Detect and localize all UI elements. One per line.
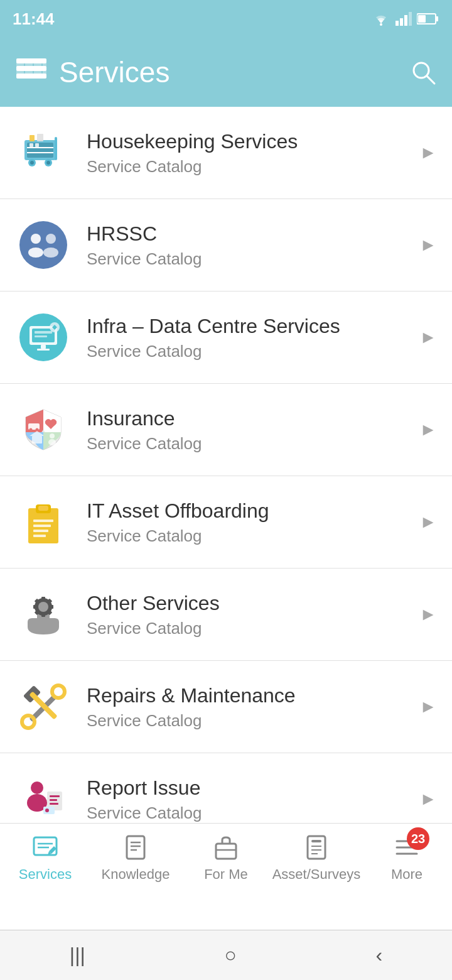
list-item[interactable]: Other Services Service Catalog ► bbox=[0, 569, 452, 661]
home-button[interactable]: ○ bbox=[224, 944, 236, 967]
chevron-right-icon: ► bbox=[419, 697, 437, 717]
chevron-right-icon: ► bbox=[419, 789, 437, 809]
chevron-right-icon: ► bbox=[419, 512, 437, 532]
status-bar: 11:44 bbox=[0, 0, 452, 38]
svg-point-73 bbox=[52, 685, 65, 698]
service-name: Insurance bbox=[87, 406, 412, 432]
nav-more-icon: 23 bbox=[393, 834, 421, 861]
service-name: Housekeeping Services bbox=[87, 129, 412, 155]
header-left: Services bbox=[15, 55, 170, 89]
service-category: Service Catalog bbox=[87, 157, 412, 177]
it-asset-icon bbox=[15, 494, 72, 550]
svg-rect-2 bbox=[400, 18, 403, 26]
svg-point-0 bbox=[380, 23, 382, 26]
svg-rect-4 bbox=[409, 12, 412, 26]
back-button[interactable]: ‹ bbox=[375, 944, 382, 967]
svg-rect-60 bbox=[41, 597, 45, 601]
service-category: Service Catalog bbox=[87, 434, 412, 454]
service-category: Service Catalog bbox=[87, 619, 412, 638]
svg-point-32 bbox=[28, 248, 43, 258]
chevron-right-icon: ► bbox=[419, 420, 437, 440]
nav-knowledge-label: Knowledge bbox=[102, 866, 170, 883]
svg-point-34 bbox=[43, 248, 58, 258]
bottom-navigation: Services Knowledge For Me bbox=[0, 823, 452, 930]
report-issue-icon bbox=[15, 771, 72, 827]
svg-point-48 bbox=[50, 433, 55, 438]
svg-point-81 bbox=[45, 808, 49, 812]
list-item[interactable]: Insurance Service Catalog ► bbox=[0, 384, 452, 476]
service-text: HRSSC Service Catalog bbox=[87, 221, 412, 270]
hrssc-icon bbox=[15, 217, 72, 273]
svg-rect-12 bbox=[25, 58, 33, 79]
svg-point-49 bbox=[48, 439, 56, 445]
service-text: Repairs & Maintenance Service Catalog bbox=[87, 683, 412, 731]
signal-icon bbox=[396, 12, 412, 26]
more-badge: 23 bbox=[407, 827, 429, 850]
svg-point-24 bbox=[30, 161, 34, 165]
svg-rect-62 bbox=[33, 605, 37, 609]
nav-item-knowledge[interactable]: Knowledge bbox=[90, 834, 181, 883]
svg-point-74 bbox=[31, 781, 43, 794]
chevron-right-icon: ► bbox=[419, 235, 437, 255]
svg-rect-40 bbox=[41, 345, 46, 349]
svg-point-44 bbox=[30, 428, 33, 432]
nav-item-for-me[interactable]: For Me bbox=[181, 834, 271, 883]
svg-rect-55 bbox=[33, 525, 51, 527]
infra-icon bbox=[15, 309, 72, 366]
service-text: Infra – Data Centre Services Service Cat… bbox=[87, 313, 412, 362]
svg-rect-79 bbox=[50, 803, 58, 805]
svg-rect-92 bbox=[311, 840, 321, 842]
search-icon[interactable] bbox=[409, 58, 437, 86]
service-text: Insurance Service Catalog bbox=[87, 406, 412, 454]
nav-item-services[interactable]: Services bbox=[0, 834, 90, 883]
list-item[interactable]: HRSSC Service Catalog ► bbox=[0, 199, 452, 291]
svg-rect-6 bbox=[436, 16, 438, 21]
service-text: Housekeeping Services Service Catalog bbox=[87, 129, 412, 177]
service-text: IT Asset Offboarding Service Catalog bbox=[87, 498, 412, 547]
other-services-icon bbox=[15, 586, 72, 643]
chevron-right-icon: ► bbox=[419, 327, 437, 347]
svg-point-72 bbox=[22, 716, 35, 728]
chevron-right-icon: ► bbox=[419, 604, 437, 624]
service-text: Other Services Service Catalog bbox=[87, 591, 412, 639]
system-navigation: ||| ○ ‹ bbox=[0, 930, 452, 980]
svg-rect-1 bbox=[396, 21, 399, 26]
svg-rect-56 bbox=[33, 530, 48, 532]
nav-services-label: Services bbox=[19, 866, 72, 883]
list-item[interactable]: Housekeeping Services Service Catalog ► bbox=[0, 107, 452, 199]
status-time: 11:44 bbox=[13, 9, 55, 29]
svg-rect-28 bbox=[30, 135, 35, 141]
svg-point-45 bbox=[36, 428, 39, 432]
recent-apps-button[interactable]: ||| bbox=[70, 944, 85, 967]
nav-more-label: More bbox=[391, 866, 422, 883]
list-item[interactable]: Repairs & Maintenance Service Catalog ► bbox=[0, 661, 452, 753]
svg-point-26 bbox=[46, 161, 50, 165]
service-category: Service Catalog bbox=[87, 249, 412, 269]
app-header: Services bbox=[0, 38, 452, 107]
service-category: Service Catalog bbox=[87, 526, 412, 546]
list-item[interactable]: IT Asset Offboarding Service Catalog ► bbox=[0, 476, 452, 569]
list-item[interactable]: Infra – Data Centre Services Service Cat… bbox=[0, 291, 452, 384]
repairs-icon bbox=[15, 678, 72, 735]
chevron-right-icon: ► bbox=[419, 143, 437, 163]
svg-rect-39 bbox=[35, 335, 47, 337]
svg-rect-53 bbox=[38, 506, 48, 511]
svg-rect-21 bbox=[30, 143, 33, 147]
svg-point-68 bbox=[40, 604, 46, 610]
svg-rect-77 bbox=[50, 795, 60, 797]
header-title: Services bbox=[59, 55, 170, 89]
status-icons bbox=[372, 12, 439, 26]
svg-rect-57 bbox=[33, 535, 46, 537]
service-name: Repairs & Maintenance bbox=[87, 683, 412, 709]
nav-for-me-label: For Me bbox=[204, 866, 248, 883]
svg-line-16 bbox=[427, 76, 434, 84]
svg-rect-41 bbox=[37, 349, 50, 351]
nav-item-more[interactable]: 23 More bbox=[362, 834, 452, 883]
svg-point-31 bbox=[31, 234, 41, 244]
service-category: Service Catalog bbox=[87, 711, 412, 731]
service-name: Infra – Data Centre Services bbox=[87, 313, 412, 340]
nav-asset-icon bbox=[303, 834, 330, 861]
nav-item-asset-surveys[interactable]: Asset/Surveys bbox=[271, 834, 362, 883]
svg-rect-14 bbox=[43, 58, 46, 79]
svg-rect-63 bbox=[50, 605, 53, 609]
